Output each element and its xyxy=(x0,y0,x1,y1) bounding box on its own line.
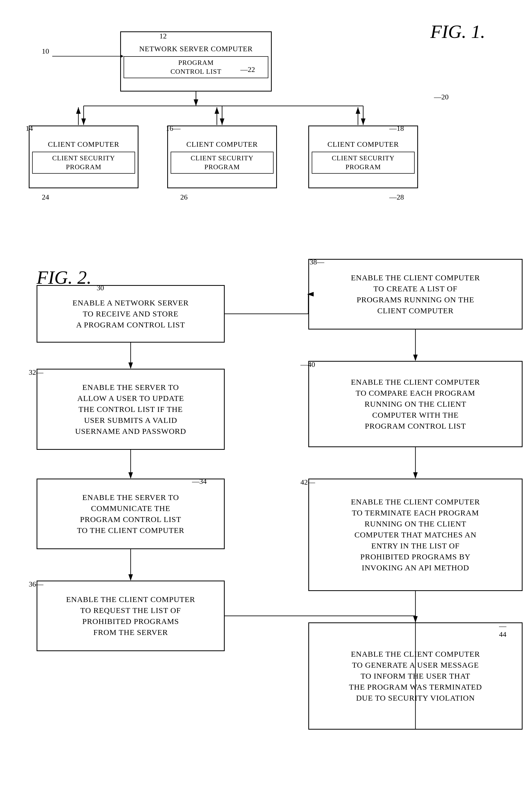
ref-10: 10 xyxy=(42,47,49,55)
ref-20: —20 xyxy=(434,93,449,101)
ref-18: —18 xyxy=(389,124,404,133)
step36-box: ENABLE THE CLIENT COMPUTERTO REQUEST THE… xyxy=(36,581,225,651)
page: FIG. 1. 10 NETWORK SERVER COMPUTER PROGR… xyxy=(0,0,527,812)
ref-12: 12 xyxy=(160,32,167,40)
ref-16: 16— xyxy=(166,124,181,133)
step42-box: ENABLE THE CLIENT COMPUTERTO TERMINATE E… xyxy=(308,479,523,591)
client2-title: CLIENT COMPUTER xyxy=(184,139,260,150)
ref-26: 26 xyxy=(180,193,187,201)
step40-text: ENABLE THE CLIENT COMPUTERTO COMPARE EAC… xyxy=(351,377,480,432)
ref-34: —34 xyxy=(192,477,207,485)
ref-28: —28 xyxy=(389,193,404,201)
step34-text: ENABLE THE SERVER TOCOMMUNICATE THEPROGR… xyxy=(77,492,184,536)
client3-inner: CLIENT SECURITYPROGRAM xyxy=(312,152,415,174)
step44-text: ENABLE THE CLIENT COMPUTERTO GENERATE A … xyxy=(349,649,482,704)
client2-program: CLIENT SECURITYPROGRAM xyxy=(174,154,270,172)
step44-box: ENABLE THE CLIENT COMPUTERTO GENERATE A … xyxy=(308,622,523,730)
ref-32: 32— xyxy=(29,368,43,377)
fig1-label: FIG. 1. xyxy=(430,21,485,43)
ref-36: 36— xyxy=(29,580,43,589)
step42-text: ENABLE THE CLIENT COMPUTERTO TERMINATE E… xyxy=(351,496,480,573)
client2-box: CLIENT COMPUTER CLIENT SECURITYPROGRAM xyxy=(167,126,277,188)
step36-text: ENABLE THE CLIENT COMPUTERTO REQUEST THE… xyxy=(66,594,195,638)
client2-inner: CLIENT SECURITYPROGRAM xyxy=(171,152,274,174)
step40-box: ENABLE THE CLIENT COMPUTERTO COMPARE EAC… xyxy=(308,361,523,447)
step34-box: ENABLE THE SERVER TOCOMMUNICATE THEPROGR… xyxy=(36,479,225,549)
client1-inner: CLIENT SECURITYPROGRAM xyxy=(32,152,135,174)
step38-text: ENABLE THE CLIENT COMPUTERTO CREATE A LI… xyxy=(351,272,480,316)
server-title: NETWORK SERVER COMPUTER xyxy=(137,43,255,55)
server-box: NETWORK SERVER COMPUTER PROGRAMCONTROL L… xyxy=(120,31,272,91)
step32-text: ENABLE THE SERVER TOALLOW A USER TO UPDA… xyxy=(75,382,186,437)
ref-14: 14 xyxy=(26,124,33,133)
client1-title: CLIENT COMPUTER xyxy=(46,139,121,150)
client3-title: CLIENT COMPUTER xyxy=(325,139,401,150)
ref-30: 30 xyxy=(97,284,104,292)
client1-program: CLIENT SECURITYPROGRAM xyxy=(36,154,132,172)
ref-24: 24 xyxy=(42,193,49,201)
client3-program: CLIENT SECURITYPROGRAM xyxy=(315,154,411,172)
step38-box: ENABLE THE CLIENT COMPUTERTO CREATE A LI… xyxy=(308,259,523,330)
ref-38: 38— xyxy=(310,258,324,266)
fig2-diagram: FIG. 2. ENABLE A NETWORK SERVERTO RECEIV… xyxy=(21,251,506,800)
step30-text: ENABLE A NETWORK SERVERTO RECEIVE AND ST… xyxy=(73,298,189,330)
ref-40: —40 xyxy=(300,360,315,369)
ref-42: 42— xyxy=(300,478,315,487)
ref-22: —22 xyxy=(240,66,255,74)
step30-box: ENABLE A NETWORK SERVERTO RECEIVE AND ST… xyxy=(36,285,225,343)
step32-box: ENABLE THE SERVER TOALLOW A USER TO UPDA… xyxy=(36,369,225,450)
client3-box: CLIENT COMPUTER CLIENT SECURITYPROGRAM xyxy=(308,126,418,188)
fig1-diagram: FIG. 1. 10 NETWORK SERVER COMPUTER PROGR… xyxy=(21,16,506,230)
client1-box: CLIENT COMPUTER CLIENT SECURITYPROGRAM xyxy=(29,126,138,188)
ref-44: —44 xyxy=(499,622,506,639)
